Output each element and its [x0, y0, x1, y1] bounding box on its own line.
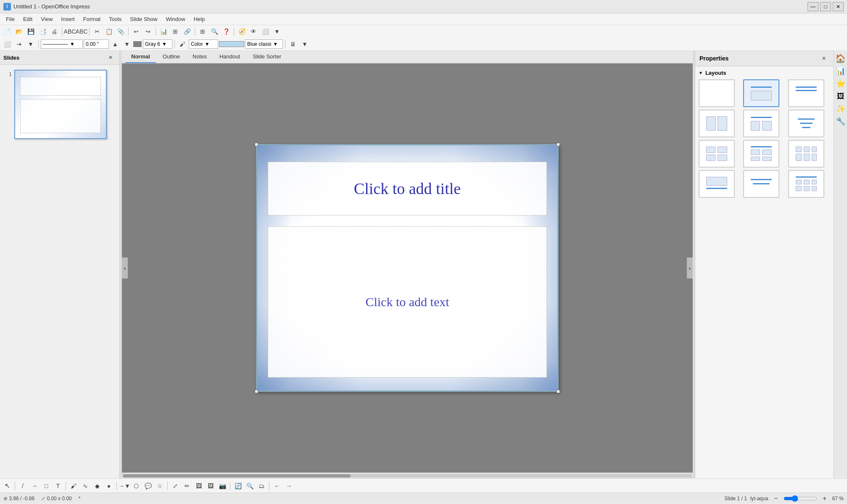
layouts-header[interactable]: ▼ Layouts [699, 70, 830, 76]
layout-title-two-col[interactable] [743, 110, 779, 137]
draw-line-button[interactable]: / [17, 481, 28, 491]
redo-button[interactable]: ↪ [142, 26, 153, 37]
menu-help[interactable]: Help [190, 14, 209, 24]
draw-insert-photo-button[interactable]: 📷 [217, 481, 228, 491]
draw-polygon-button[interactable]: ◆ [92, 481, 103, 491]
layout-title-bottom[interactable] [699, 170, 735, 198]
fill-style-btn[interactable]: 🖌 [177, 39, 188, 49]
zoom-in-button[interactable]: + [821, 494, 829, 504]
slide-preview-1[interactable] [14, 70, 107, 139]
h-scrollbar[interactable] [122, 472, 693, 478]
tab-outline[interactable]: Outline [157, 51, 186, 63]
right-collapse-button[interactable]: › [687, 257, 693, 278]
title-placeholder[interactable]: Click to add title [268, 162, 547, 215]
slide-thumb-1[interactable]: 1 [3, 68, 116, 141]
hyperlink-button[interactable]: 🔗 [182, 26, 193, 37]
content-placeholder[interactable]: Click to add text [268, 226, 547, 378]
fill-type-dropdown[interactable]: Color ▼ [189, 39, 218, 49]
draw-star-button[interactable]: ☆ [154, 481, 165, 491]
menu-file[interactable]: File [2, 14, 19, 24]
close-button[interactable]: ✕ [833, 2, 844, 11]
draw-redo-button[interactable]: → [283, 481, 294, 491]
layout-centered[interactable] [788, 110, 824, 137]
display-options-button[interactable]: 🖥 [288, 39, 298, 49]
spellcheck-button[interactable]: ABC [64, 26, 75, 37]
properties-close-button[interactable]: ✕ [818, 53, 829, 63]
line-width-input[interactable] [84, 39, 109, 49]
draw-insert-image-button[interactable]: 🖼 [193, 481, 204, 491]
zoom-slider[interactable] [784, 497, 817, 500]
line-style-dropdown[interactable]: ————— ▼ [41, 39, 83, 49]
menu-slideshow[interactable]: Slide Show [126, 14, 161, 24]
layout-title-only[interactable] [788, 79, 824, 107]
side-icon-extension[interactable]: 🔧 [835, 116, 847, 127]
draw-transform-button[interactable]: ⤢ [170, 481, 181, 491]
draw-curve-button[interactable]: ∿ [80, 481, 91, 491]
selection-button[interactable]: ⬜ [2, 39, 13, 49]
grid-button[interactable]: ⊞ [197, 26, 208, 37]
handle-bl[interactable] [255, 390, 258, 393]
menu-window[interactable]: Window [161, 14, 189, 24]
draw-select-button[interactable]: ↖ [2, 481, 13, 491]
zoom-out-button[interactable]: − [772, 494, 780, 504]
draw-ellipse-button[interactable]: ● [103, 481, 114, 491]
export-pdf-button[interactable]: 📑 [37, 26, 48, 37]
fill-theme-dropdown[interactable]: Blue classi ▼ [245, 39, 283, 49]
help-button[interactable]: ❓ [221, 26, 232, 37]
paste-button[interactable]: 📎 [115, 26, 126, 37]
insertbox-button[interactable]: ⬜ [260, 26, 271, 37]
slide-canvas[interactable]: Click to add title Click to add text [256, 144, 559, 392]
table-button[interactable]: ⊞ [170, 26, 181, 37]
handle-br[interactable] [557, 390, 560, 393]
minimize-button[interactable]: — [807, 2, 818, 11]
chart-button[interactable]: 📊 [158, 26, 169, 37]
draw-rotate-button[interactable]: 🔄 [232, 481, 243, 491]
copy-button[interactable]: 📋 [103, 26, 114, 37]
h-scrollbar-track[interactable] [123, 474, 692, 478]
side-icon-animation[interactable]: ✨ [835, 103, 847, 115]
menu-edit[interactable]: Edit [19, 14, 37, 24]
nav-button[interactable]: 🧭 [236, 26, 247, 37]
layout-blank[interactable] [699, 79, 735, 107]
slides-panel-close[interactable]: ✕ [105, 52, 116, 63]
layout-six-content[interactable] [788, 140, 824, 168]
menu-insert[interactable]: Insert [57, 14, 79, 24]
draw-callout-button[interactable]: 💬 [142, 481, 153, 491]
new-button[interactable]: 📄 [2, 26, 13, 37]
more-tb-button[interactable]: ▼ [272, 26, 282, 37]
left-collapse-button[interactable]: ‹ [122, 257, 128, 278]
layout-title-content[interactable] [743, 79, 779, 107]
draw-arrow-button[interactable]: → [29, 481, 40, 491]
tab-notes[interactable]: Notes [187, 51, 213, 63]
tb2-more-button[interactable]: ▼ [25, 39, 36, 49]
maximize-button[interactable]: □ [820, 2, 831, 11]
line-width-down[interactable]: ▼ [121, 39, 132, 49]
draw-zoom-button[interactable]: 🔍 [244, 481, 255, 491]
line-width-up[interactable]: ▲ [110, 39, 121, 49]
draw-freeform-button[interactable]: 🖌 [68, 481, 79, 491]
layout-centered-title[interactable] [743, 170, 779, 198]
layout-title-four-content[interactable] [743, 140, 779, 168]
cut-button[interactable]: ✂ [92, 26, 103, 37]
handle-tr[interactable] [557, 143, 560, 146]
draw-insert-gallery-button[interactable]: 🖼 [205, 481, 216, 491]
tab-order-button[interactable]: ⇥ [13, 39, 24, 49]
more-tb2-button[interactable]: ▼ [299, 39, 310, 49]
side-icon-navigator[interactable]: 📊 [835, 65, 847, 77]
tab-slide-sorter[interactable]: Slide Sorter [247, 51, 287, 63]
print-button[interactable]: 🖨 [49, 26, 60, 37]
menu-view[interactable]: View [37, 14, 57, 24]
zoom-dropdown-button[interactable]: 🔍 [209, 26, 220, 37]
auto-spellcheck-button[interactable]: ABC [76, 26, 87, 37]
side-icon-gallery[interactable]: 🏠 [835, 52, 847, 64]
draw-undo-button[interactable]: ← [272, 481, 282, 491]
title-bar-controls[interactable]: — □ ✕ [807, 2, 844, 11]
draw-pencil-button[interactable]: ✏ [182, 481, 193, 491]
layout-four-content[interactable] [699, 140, 735, 168]
side-icon-master-pages[interactable]: 🖼 [835, 90, 847, 102]
tab-normal[interactable]: Normal [125, 51, 156, 63]
color-name-dropdown[interactable]: Gray 6 ▼ [143, 39, 172, 49]
menu-tools[interactable]: Tools [105, 14, 126, 24]
canvas-area[interactable]: ‹ › Click to add title Click t [122, 63, 693, 472]
save-button[interactable]: 💾 [25, 26, 36, 37]
